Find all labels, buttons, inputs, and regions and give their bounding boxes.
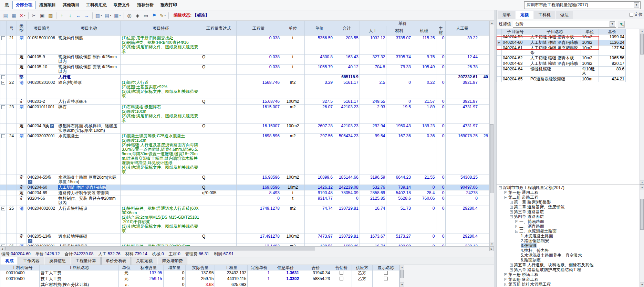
- scroll-up-icon[interactable]: ▲: [640, 185, 644, 189]
- tree-node-8[interactable]: +二、沥青路面: [497, 224, 640, 229]
- boq-row-人行道[interactable]: −部人行道685118.9207232.6140: [0, 75, 489, 80]
- boq-row-040201-2[interactable]: 定040201-2人行道整形碾压Q15.68746100m2327.55161.…: [0, 99, 489, 105]
- boq-row-040205-13换[interactable]: 定040205-13换Z透水砖地坪碾砌Q17.491278100m27473.9…: [0, 234, 489, 244]
- boq-row-040204-9换[interactable]: 定040204-9换Z级配碎石路面 机械拌和、隧碾压实厚8cm(实际厚度:10c…: [0, 123, 489, 133]
- scroll-thumb[interactable]: [640, 199, 644, 230]
- tree-expand-icon[interactable]: +: [510, 201, 513, 204]
- display-columns-icon[interactable]: ▦▾: [113, 12, 122, 19]
- boq-row-040204-60[interactable]: 定040204-60人工切缝 伸缝 沥青玛蹄脂Q169.859610m21426…: [0, 185, 489, 190]
- library-tab-1[interactable]: 定额: [516, 11, 533, 19]
- library-tab-3[interactable]: 做法: [556, 11, 573, 19]
- scroll-thumb[interactable]: [400, 270, 404, 278]
- hscroll-thumb[interactable]: [5, 247, 315, 250]
- tree-expand-icon[interactable]: +: [515, 225, 518, 228]
- boq-row-21[interactable]: −21清010515001006现浇构件钢筋(1)位置:用于新旧路面交接处 (2…: [0, 36, 489, 55]
- detail-tab-6[interactable]: 降效增加费: [158, 257, 187, 265]
- tree-node-6[interactable]: −第四章 道路面层: [497, 214, 640, 219]
- redo-icon[interactable]: →: [83, 12, 91, 19]
- paste-icon[interactable]: ▨: [47, 12, 54, 19]
- tree-node-10[interactable]: 1.水泥混凝土路面: [497, 234, 640, 238]
- boq-row-24[interactable]: −24清040203007001水泥混凝土(1)混凝土强度等级:C25透水混凝土…: [0, 133, 489, 175]
- print-icon[interactable]: ▭: [142, 12, 150, 19]
- resource-row-1[interactable]: 00010500技工人工费元259.150259.1544019.11511.3…: [0, 276, 399, 282]
- boq-row-040105-9[interactable]: 定040105-9现浇构件螺纹钢筋 制作 Φ25mm以内Q0.038t4300.…: [0, 55, 489, 65]
- tree-node-17[interactable]: +第六章 路基边坡防护与支挡结构工程: [497, 267, 640, 272]
- tree-collapse-icon[interactable]: −: [499, 186, 502, 189]
- detail-tab-2[interactable]: 换算信息: [45, 257, 70, 265]
- quota-item-row-3[interactable]: 040204-62人工切缝 缩缝 沥青木板10m21065.56: [497, 56, 626, 61]
- collapse-toggle-icon[interactable]: −: [1, 75, 5, 79]
- scroll-up-icon[interactable]: ▲: [640, 29, 644, 33]
- tree-expand-icon[interactable]: +: [504, 278, 507, 281]
- tree-expand-icon[interactable]: +: [504, 273, 507, 276]
- menu-item-2[interactable]: 措施项目: [36, 1, 59, 9]
- quota-item-row-1[interactable]: ▸040204-60人工切缝 伸缝 沥青玛蹄脂10m21136.24: [497, 40, 626, 46]
- tree-node-19[interactable]: +第四册 隧道工程: [497, 277, 640, 282]
- move-down-icon[interactable]: ↓: [66, 12, 74, 19]
- tree-node-14[interactable]: 5.水泥混凝土路面养生、真空吸水: [497, 253, 640, 258]
- tree-node-18[interactable]: +第三册 桥涵工程: [497, 272, 640, 277]
- quota-selector[interactable]: 深圳市市政工程消耗量定额(2017) ▼: [524, 1, 641, 9]
- copy-icon[interactable]: ▣: [39, 12, 46, 19]
- collapse-toggle-icon[interactable]: −: [1, 207, 5, 210]
- tree-collapse-icon[interactable]: −: [515, 230, 518, 233]
- resource-row-2[interactable]: 其它材料费(按百分比计算)元03.68625.083: [0, 282, 399, 287]
- scroll-thumb[interactable]: [640, 34, 644, 55]
- boq-row-040204-55换[interactable]: 定040204-55换Z水泥混凝土路面 厚度20cm(实际厚度:15cm)Q16…: [0, 175, 489, 185]
- format-brush-icon[interactable]: ✎▾: [159, 12, 167, 19]
- tree-collapse-icon[interactable]: −: [510, 215, 513, 218]
- flag-icon[interactable]: ⚑: [150, 12, 158, 19]
- pane-splitter[interactable]: [494, 10, 497, 287]
- menu-item-7[interactable]: 报表打印: [157, 1, 180, 9]
- tree-node-4[interactable]: +第二章 道路基床、垫层铺筑: [497, 205, 640, 209]
- menu-item-3[interactable]: 其他项目: [59, 1, 83, 9]
- quota-item-row-0[interactable]: 040204-59人工切缝 伸缝 沥青木板10m21099.04: [497, 34, 626, 40]
- scroll-thumb[interactable]: [490, 124, 494, 193]
- menu-item-4[interactable]: 工料机汇总: [83, 1, 110, 9]
- tree-node-0[interactable]: −深圳市市政工程消耗量定额(2017): [497, 185, 640, 190]
- chevron-down-icon[interactable]: ▼: [634, 2, 639, 8]
- tree-expand-icon[interactable]: +: [510, 264, 513, 267]
- tree-expand-icon[interactable]: +: [504, 283, 507, 286]
- tree-node-9[interactable]: −三、水泥混凝土路面: [497, 229, 640, 234]
- checkbox-icon[interactable]: [384, 271, 388, 275]
- filter-icon[interactable]: ▼✎: [618, 21, 625, 28]
- insert-row-icon[interactable]: ▦: [10, 12, 18, 19]
- move-up-icon[interactable]: ↑: [58, 12, 66, 19]
- scroll-down-icon[interactable]: ▼: [640, 180, 644, 185]
- tree-node-5[interactable]: +第三章 道路基层: [497, 209, 640, 214]
- checkbox-icon[interactable]: [384, 277, 388, 280]
- main-grid-vscrollbar[interactable]: ▲ ▼: [489, 21, 494, 246]
- library-tab-2[interactable]: 工料机: [534, 11, 555, 19]
- view-mode-icon[interactable]: ▥▾: [94, 12, 103, 19]
- tree-node-3[interactable]: +第一章 路床(槽)整形: [497, 200, 640, 205]
- expand-level-icon[interactable]: ▤▾: [104, 12, 112, 19]
- detail-tab-0[interactable]: 构成: [1, 257, 18, 265]
- scroll-down-icon[interactable]: ▼: [400, 283, 404, 287]
- collapse-toggle-icon[interactable]: −: [1, 245, 5, 246]
- quota-item-row-5[interactable]: 040204-64锯缝机锯缝每10延米80.6: [497, 67, 626, 77]
- menu-item-5[interactable]: 取费文件: [110, 1, 134, 9]
- quota-item-row-2[interactable]: 040204-61人工切缝 伸缝 填充塑料胶条10m2137.54: [497, 46, 626, 56]
- scroll-up-icon[interactable]: ▲: [400, 265, 404, 269]
- tree-expand-icon[interactable]: +: [510, 268, 513, 271]
- locate-icon[interactable]: ◈: [134, 12, 142, 19]
- detail-tab-3[interactable]: 工程量计算: [71, 257, 101, 265]
- detail-tab-1[interactable]: 工作内容: [19, 257, 44, 265]
- locate-checkbox[interactable]: 定位: [630, 12, 643, 19]
- tree-node-2[interactable]: −第二册 道路工程: [497, 195, 640, 200]
- quota-item-row-4[interactable]: 040204-63人工切缝 缩缝 沥青玛蹄脂10m2820.17: [497, 61, 626, 67]
- collapse-toggle-icon[interactable]: −: [1, 36, 5, 40]
- tree-vscrollbar[interactable]: ▲ ▼: [640, 185, 644, 287]
- quota-items-vscrollbar[interactable]: ▲ ▼: [640, 29, 644, 185]
- tree-node-11[interactable]: 2.路面钢筋制安: [497, 238, 640, 243]
- new-doc-icon[interactable]: ▤: [2, 12, 9, 19]
- cut-icon[interactable]: ✂: [30, 12, 38, 19]
- scroll-up-icon[interactable]: ▲: [490, 21, 494, 25]
- collapse-toggle-icon[interactable]: −: [1, 105, 5, 109]
- menu-item-1[interactable]: 分部分项: [12, 1, 36, 9]
- boq-row-040105-10[interactable]: 定040105-10现浇构件螺纹钢筋 安装 Φ25mm以内Q0.038t1055…: [0, 65, 489, 75]
- boq-row-25[interactable]: −25清040204002002人行道块料铺设(1)块料品种、规格:普通透水人行…: [0, 206, 489, 234]
- menu-item-6[interactable]: 指标分析: [134, 1, 157, 9]
- boq-row-93204-66[interactable]: 定93204-66拉杆制作、安装 直径在Φ20mm以内0t9314.770212…: [0, 196, 489, 206]
